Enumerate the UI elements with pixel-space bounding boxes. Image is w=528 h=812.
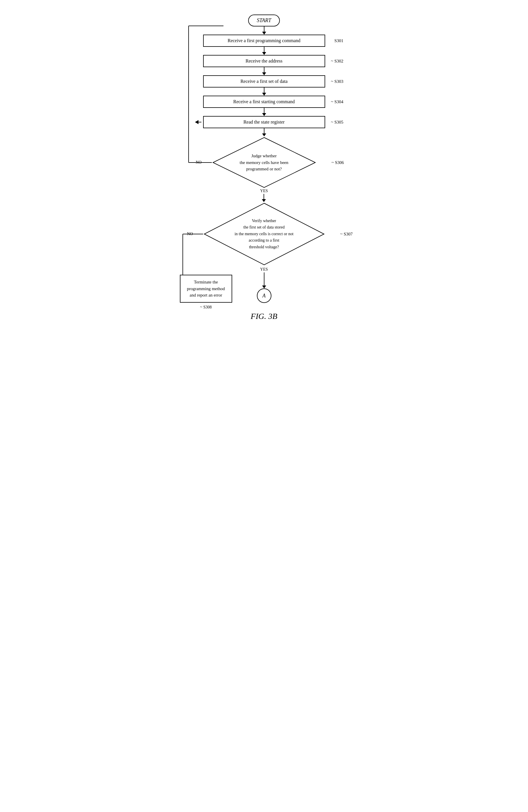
step-label-s306: ~ S306 <box>332 160 344 165</box>
svg-marker-26 <box>262 286 266 288</box>
no-label-s307: NO <box>187 232 193 236</box>
bottom-section: Terminate the programming method and rep… <box>180 266 348 303</box>
step-s308: Terminate the programming method and rep… <box>180 275 232 303</box>
terminate-area: Terminate the programming method and rep… <box>180 275 232 310</box>
svg-marker-13 <box>262 133 266 136</box>
step-s303: Receive a first set of data ~ S303 <box>203 75 325 87</box>
svg-marker-10 <box>195 120 199 124</box>
step-s302: Receive the address ~ S302 <box>203 55 325 67</box>
no-label-s306: NO <box>196 160 202 165</box>
svg-marker-1 <box>262 32 266 34</box>
yes-label-s307: YES <box>260 267 268 272</box>
connector-a: A <box>257 288 272 303</box>
yes-s306: YES <box>260 189 268 202</box>
step-s304: Receive a first starting command ~ S304 <box>203 96 325 108</box>
s307-area: Verify whetherthe first set of data stor… <box>180 202 348 266</box>
step-s305-wrapper: Read the state register ~ S305 <box>203 116 325 128</box>
step-label-s304: ~ S304 <box>331 99 343 104</box>
svg-marker-3 <box>262 52 266 55</box>
yes-label-s306: YES <box>260 189 268 193</box>
step-label-s308: ~ S308 <box>180 305 232 310</box>
s306-area: Judge whetherthe memory cells have beenp… <box>180 136 348 189</box>
flowchart-container: START Receive a first programming comman… <box>170 6 358 333</box>
diamond-s307: Verify whetherthe first set of data stor… <box>203 202 325 266</box>
svg-marker-7 <box>262 93 266 96</box>
yes-s307: YES A <box>257 266 272 303</box>
step-s305: Read the state register ~ S305 <box>203 116 325 128</box>
step-s301: Receive a first programming command S301 <box>203 34 325 47</box>
diamond-s306-text: Judge whetherthe memory cells have beenp… <box>228 153 300 172</box>
diamond-s307-text: Verify whetherthe first set of data stor… <box>217 218 311 250</box>
start-oval: START <box>248 15 280 27</box>
step-label-s303: ~ S303 <box>331 79 343 84</box>
svg-marker-9 <box>262 113 266 116</box>
svg-marker-19 <box>262 199 266 202</box>
figure-label: FIG. 3B <box>251 311 278 321</box>
step-label-s307: ~ S307 <box>340 232 353 237</box>
svg-marker-5 <box>262 72 266 75</box>
step-label-s305: ~ S305 <box>331 120 343 125</box>
loop-arrow-indicator <box>195 120 201 124</box>
diamond-s306: Judge whetherthe memory cells have beenp… <box>212 136 317 189</box>
step-label-s301: S301 <box>335 38 343 43</box>
step-label-s302: ~ S302 <box>331 59 343 64</box>
